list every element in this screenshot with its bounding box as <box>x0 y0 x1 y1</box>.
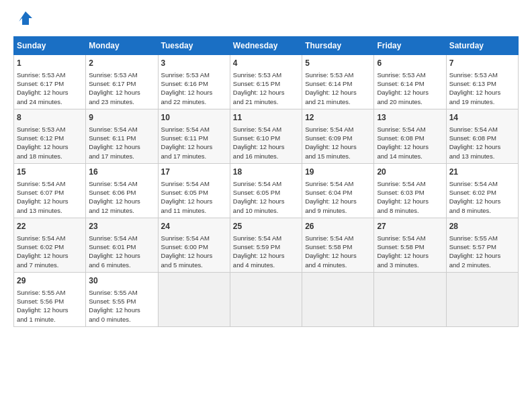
cell-line: Sunset: 6:17 PM <box>17 79 83 88</box>
calendar-cell: 24Sunrise: 5:54 AMSunset: 6:00 PMDayligh… <box>158 218 230 272</box>
day-number: 4 <box>233 58 299 69</box>
cell-line: Sunrise: 5:54 AM <box>233 234 299 242</box>
cell-line: Sunset: 6:11 PM <box>89 134 154 142</box>
cell-line: Sunset: 6:08 PM <box>449 134 515 142</box>
cell-line: and 2 minutes. <box>449 261 515 269</box>
cell-line: Daylight: 12 hours <box>17 88 83 97</box>
calendar-cell: 13Sunrise: 5:54 AMSunset: 6:08 PMDayligh… <box>374 109 446 163</box>
day-number: 8 <box>17 112 83 124</box>
cell-line: and 13 minutes. <box>17 206 83 215</box>
cell-line: Sunset: 6:02 PM <box>17 242 83 251</box>
day-number: 28 <box>449 221 515 232</box>
calendar-week-row: 8Sunrise: 5:53 AMSunset: 6:12 PMDaylight… <box>14 109 519 163</box>
calendar-cell: 17Sunrise: 5:54 AMSunset: 6:05 PMDayligh… <box>158 163 230 218</box>
day-number: 2 <box>89 58 154 69</box>
calendar-cell <box>230 272 302 326</box>
header-row: SundayMondayTuesdayWednesdayThursdayFrid… <box>14 37 519 55</box>
day-number: 26 <box>305 221 371 232</box>
header <box>13 13 519 28</box>
cell-line: Sunset: 5:55 PM <box>89 297 154 306</box>
logo-icon <box>15 8 36 28</box>
cell-line: and 0 minutes. <box>89 315 154 324</box>
day-number: 17 <box>161 167 227 178</box>
calendar-cell: 11Sunrise: 5:54 AMSunset: 6:10 PMDayligh… <box>230 109 302 163</box>
cell-line: Daylight: 12 hours <box>233 251 299 260</box>
cell-line: Sunset: 5:58 PM <box>305 242 371 251</box>
cell-line: and 23 minutes. <box>89 97 154 106</box>
calendar-cell <box>446 272 518 326</box>
cell-line: Sunrise: 5:54 AM <box>233 125 299 134</box>
calendar-cell: 26Sunrise: 5:54 AMSunset: 5:58 PMDayligh… <box>302 218 374 272</box>
cell-line: Sunrise: 5:54 AM <box>377 125 443 134</box>
day-number: 19 <box>305 167 371 178</box>
calendar-cell: 20Sunrise: 5:54 AMSunset: 6:03 PMDayligh… <box>374 163 446 218</box>
calendar-cell: 27Sunrise: 5:54 AMSunset: 5:58 PMDayligh… <box>374 218 446 272</box>
cell-line: Daylight: 12 hours <box>17 142 83 151</box>
cell-line: Sunset: 6:13 PM <box>449 79 515 88</box>
cell-line: Sunset: 6:09 PM <box>305 134 371 142</box>
cell-line: Sunrise: 5:54 AM <box>161 125 227 134</box>
cell-line: and 11 minutes. <box>161 206 227 215</box>
cell-line: Sunrise: 5:55 AM <box>449 234 515 242</box>
cell-line: and 7 minutes. <box>17 261 83 269</box>
cell-line: Sunset: 6:02 PM <box>449 188 515 197</box>
cell-line: Sunrise: 5:53 AM <box>89 71 154 79</box>
cell-line: Sunset: 5:59 PM <box>233 242 299 251</box>
cell-line: Daylight: 12 hours <box>305 142 371 151</box>
cell-line: Daylight: 12 hours <box>305 251 371 260</box>
cell-line: and 20 minutes. <box>377 97 443 106</box>
cell-line: Sunset: 6:11 PM <box>161 134 227 142</box>
cell-line: and 17 minutes. <box>161 152 227 161</box>
cell-line: Daylight: 12 hours <box>161 142 227 151</box>
header-day: Friday <box>374 37 446 55</box>
cell-line: and 6 minutes. <box>89 261 154 269</box>
cell-line: Sunrise: 5:54 AM <box>305 179 371 188</box>
cell-line: Sunset: 6:01 PM <box>89 242 154 251</box>
cell-line: Daylight: 12 hours <box>89 142 154 151</box>
header-day: Tuesday <box>158 37 230 55</box>
calendar-cell: 18Sunrise: 5:54 AMSunset: 6:05 PMDayligh… <box>230 163 302 218</box>
calendar-cell: 6Sunrise: 5:53 AMSunset: 6:14 PMDaylight… <box>374 55 446 109</box>
cell-line: Sunrise: 5:54 AM <box>17 234 83 242</box>
cell-line: Daylight: 12 hours <box>89 88 154 97</box>
day-number: 10 <box>161 112 227 124</box>
calendar-cell: 16Sunrise: 5:54 AMSunset: 6:06 PMDayligh… <box>86 163 158 218</box>
cell-line: Sunrise: 5:54 AM <box>305 234 371 242</box>
cell-line: and 8 minutes. <box>377 206 443 215</box>
cell-line: Sunrise: 5:54 AM <box>305 125 371 134</box>
cell-line: and 15 minutes. <box>305 152 371 161</box>
logo <box>13 13 36 28</box>
cell-line: Sunrise: 5:54 AM <box>377 234 443 242</box>
calendar-cell: 19Sunrise: 5:54 AMSunset: 6:04 PMDayligh… <box>302 163 374 218</box>
cell-line: Daylight: 12 hours <box>89 197 154 205</box>
day-number: 27 <box>377 221 443 232</box>
header-day: Thursday <box>302 37 374 55</box>
cell-line: Daylight: 12 hours <box>449 142 515 151</box>
day-number: 15 <box>17 167 83 178</box>
cell-line: Sunrise: 5:54 AM <box>89 179 154 188</box>
cell-line: and 16 minutes. <box>233 152 299 161</box>
calendar-cell: 22Sunrise: 5:54 AMSunset: 6:02 PMDayligh… <box>14 218 86 272</box>
day-number: 20 <box>377 167 443 178</box>
cell-line: and 4 minutes. <box>233 261 299 269</box>
cell-line: and 9 minutes. <box>305 206 371 215</box>
calendar-cell: 2Sunrise: 5:53 AMSunset: 6:17 PMDaylight… <box>86 55 158 109</box>
cell-line: Daylight: 12 hours <box>161 88 227 97</box>
cell-line: Daylight: 12 hours <box>449 88 515 97</box>
cell-line: Sunrise: 5:54 AM <box>161 179 227 188</box>
header-day: Sunday <box>14 37 86 55</box>
calendar-cell: 7Sunrise: 5:53 AMSunset: 6:13 PMDaylight… <box>446 55 518 109</box>
calendar-cell <box>158 272 230 326</box>
cell-line: Sunset: 6:07 PM <box>17 188 83 197</box>
calendar-header: SundayMondayTuesdayWednesdayThursdayFrid… <box>14 37 519 55</box>
cell-line: Sunset: 6:06 PM <box>89 188 154 197</box>
cell-line: Sunset: 6:10 PM <box>233 134 299 142</box>
cell-line: Sunrise: 5:54 AM <box>89 234 154 242</box>
cell-line: Daylight: 12 hours <box>305 197 371 205</box>
cell-line: Daylight: 12 hours <box>377 251 443 260</box>
cell-line: Daylight: 12 hours <box>89 306 154 314</box>
cell-line: Sunset: 6:14 PM <box>305 79 371 88</box>
day-number: 22 <box>17 221 83 232</box>
cell-line: Sunrise: 5:53 AM <box>449 71 515 79</box>
svg-marker-0 <box>19 11 32 25</box>
